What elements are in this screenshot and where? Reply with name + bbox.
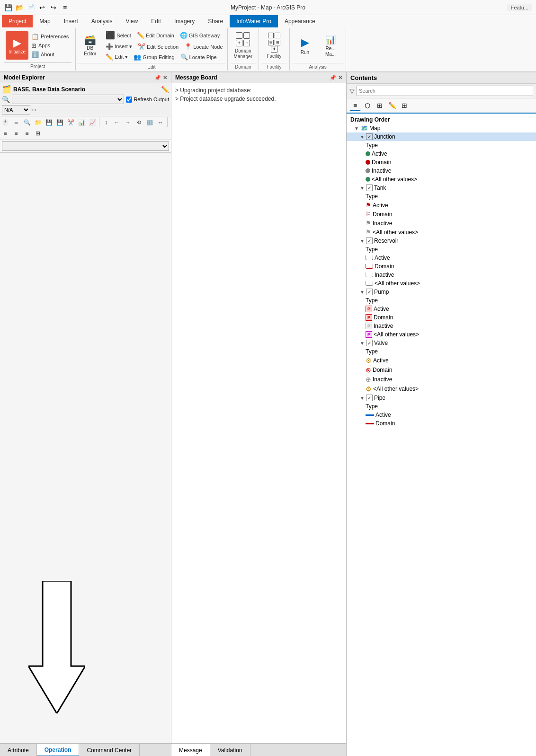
valve-checkbox[interactable]: ✓ bbox=[366, 340, 373, 346]
junction-inactive[interactable]: Inactive bbox=[347, 167, 536, 175]
refresh-checkbox[interactable] bbox=[126, 97, 132, 103]
tab-analysis[interactable]: Analysis bbox=[85, 15, 119, 27]
folder-tool[interactable]: 📁 bbox=[33, 117, 43, 128]
pipe-domain[interactable]: Domain bbox=[347, 419, 536, 428]
open-icon[interactable]: 📂 bbox=[15, 3, 24, 12]
pump-inactive[interactable]: P Inactive bbox=[347, 322, 536, 330]
tab-project[interactable]: Project bbox=[2, 15, 33, 27]
cylinder-view-button[interactable]: ⬡ bbox=[362, 100, 373, 111]
list-tool-2[interactable]: ≡ bbox=[11, 128, 21, 139]
apps-button[interactable]: ⊞ Apps bbox=[30, 42, 70, 50]
tab-view[interactable]: View bbox=[119, 15, 144, 27]
reservoir-active[interactable]: Active bbox=[347, 254, 536, 262]
db-editor-button[interactable]: 🗃️ DB Editor bbox=[78, 33, 102, 59]
nav-next[interactable]: › bbox=[34, 106, 36, 113]
tab-validation[interactable]: Validation bbox=[210, 744, 250, 756]
rotate-tool[interactable]: ⟲ bbox=[134, 117, 144, 128]
tank-expand-arrow[interactable]: ▼ bbox=[360, 185, 365, 191]
tab-insert[interactable]: Insert bbox=[57, 15, 85, 27]
chart-tool[interactable]: 📊 bbox=[76, 117, 87, 128]
pump-checkbox[interactable]: ✓ bbox=[366, 289, 373, 295]
pipe-expand-arrow[interactable]: ▼ bbox=[360, 396, 365, 401]
valve-layer[interactable]: ▼ ✓ Valve bbox=[347, 339, 536, 347]
list-tool-1[interactable]: ≡ bbox=[0, 128, 10, 139]
message-board-pin[interactable]: 📌 bbox=[330, 75, 336, 81]
graph-tool[interactable]: 📈 bbox=[87, 117, 98, 128]
arrow-tool[interactable]: ↕ bbox=[101, 117, 111, 128]
tab-message[interactable]: Message bbox=[171, 744, 210, 756]
tab-share[interactable]: Share bbox=[201, 15, 230, 27]
cut-tool[interactable]: ✂️ bbox=[65, 117, 76, 128]
pipe-checkbox[interactable]: ✓ bbox=[366, 395, 373, 401]
save-icon[interactable]: 💾 bbox=[4, 3, 12, 12]
table-view-button[interactable]: ⊞ bbox=[374, 100, 385, 111]
pencil-tool-button[interactable]: ✏️ bbox=[386, 100, 398, 111]
tab-command-center[interactable]: Command Center bbox=[79, 744, 140, 756]
domain-manager-button[interactable]: + → Domain Manager bbox=[231, 30, 256, 62]
tank-domain[interactable]: ⚐ Domain bbox=[347, 210, 536, 219]
pump-allother[interactable]: P <All other values> bbox=[347, 330, 536, 339]
customize-icon[interactable]: ≡ bbox=[61, 3, 69, 12]
group-editing-button[interactable]: 👥 Group Editing bbox=[131, 52, 177, 62]
tank-checkbox[interactable]: ✓ bbox=[366, 185, 373, 191]
reservoir-domain[interactable]: Domain bbox=[347, 262, 536, 271]
valve-allother[interactable]: ⚙ <All other values> bbox=[347, 384, 536, 394]
undo-icon[interactable]: ↩ bbox=[38, 3, 46, 12]
refresh-check-label[interactable]: Refresh Output bbox=[126, 97, 169, 103]
pipe-layer[interactable]: ▼ ✓ Pipe bbox=[347, 394, 536, 402]
grid-tool-button[interactable]: ⊞ bbox=[399, 100, 410, 111]
save-as-tool[interactable]: 💾 bbox=[54, 117, 65, 128]
number-tool[interactable]: 🔢 bbox=[144, 117, 155, 128]
report-manager-button[interactable]: 📊 Re... Ma... bbox=[318, 32, 343, 60]
tab-map[interactable]: Map bbox=[33, 15, 57, 27]
resize-tool[interactable]: ↔ bbox=[155, 117, 166, 128]
junction-active[interactable]: Active bbox=[347, 149, 536, 158]
grid-tool[interactable]: ⊞ bbox=[33, 128, 43, 139]
gis-gateway-button[interactable]: 🌐 GIS Gateway bbox=[178, 29, 222, 41]
contents-search-input[interactable] bbox=[357, 86, 533, 96]
tab-infowater[interactable]: InfoWater Pro bbox=[230, 15, 278, 27]
filter-select[interactable] bbox=[12, 95, 124, 104]
valve-inactive[interactable]: ⊕ Inactive bbox=[347, 375, 536, 384]
map-tree-item[interactable]: ▼ 🗺️ Map bbox=[347, 124, 536, 132]
zoom-tool[interactable]: 🔍 bbox=[22, 117, 32, 128]
nav-prev[interactable]: ‹ bbox=[31, 106, 33, 113]
reservoir-layer[interactable]: ▼ ✓ Reservoir bbox=[347, 237, 536, 245]
edit-selection-button[interactable]: ✂️ Edit Selection bbox=[135, 42, 181, 52]
model-search-select[interactable] bbox=[2, 141, 169, 151]
preferences-button[interactable]: 📋 Preferences bbox=[30, 33, 70, 41]
junction-checkbox[interactable]: ✓ bbox=[366, 133, 373, 140]
forward-tool[interactable]: → bbox=[123, 117, 133, 128]
back-tool[interactable]: ← bbox=[112, 117, 122, 128]
tank-allother[interactable]: ⚑ <All other values> bbox=[347, 228, 536, 237]
link-tool[interactable]: ∞ bbox=[11, 117, 21, 128]
valve-expand-arrow[interactable]: ▼ bbox=[360, 341, 365, 346]
reservoir-expand-arrow[interactable]: ▼ bbox=[360, 238, 365, 244]
junction-layer[interactable]: ▼ ✓ Junction bbox=[347, 132, 536, 141]
tab-operation[interactable]: Operation bbox=[37, 744, 80, 756]
new-icon[interactable]: 📄 bbox=[27, 3, 35, 12]
nav-select[interactable]: N/A bbox=[2, 105, 30, 114]
select-button[interactable]: ⬛ Select bbox=[103, 29, 134, 41]
reservoir-inactive[interactable]: Inactive bbox=[347, 271, 536, 279]
facility-button[interactable]: ⊞ ⊞ ✦ Facility bbox=[262, 30, 286, 62]
model-explorer-pin[interactable]: 📌 bbox=[154, 75, 161, 81]
about-button[interactable]: ℹ️ About bbox=[30, 51, 70, 59]
message-board-close[interactable]: ✕ bbox=[338, 75, 342, 81]
insert-button[interactable]: ➕ Insert ▾ bbox=[103, 42, 134, 52]
pump-domain[interactable]: P Domain bbox=[347, 313, 536, 322]
junction-expand-arrow[interactable]: ▼ bbox=[360, 134, 365, 140]
pump-layer[interactable]: ▼ ✓ Pump bbox=[347, 288, 536, 296]
cursor-tool[interactable]: 🖱️ bbox=[0, 117, 10, 128]
initialize-button[interactable]: ▶ Initialize bbox=[6, 31, 28, 60]
valve-domain[interactable]: ⊗ Domain bbox=[347, 365, 536, 375]
locate-pipe-button[interactable]: 🔍 Locate Pipe bbox=[178, 52, 219, 62]
valve-active[interactable]: ⚙ Active bbox=[347, 356, 536, 365]
run-button[interactable]: ▶ Run bbox=[293, 34, 317, 58]
reservoir-allother[interactable]: <All other values> bbox=[347, 279, 536, 288]
pump-active[interactable]: P Active bbox=[347, 305, 536, 313]
map-expand-arrow[interactable]: ▼ bbox=[354, 126, 359, 131]
redo-icon[interactable]: ↪ bbox=[49, 3, 58, 12]
model-explorer-close[interactable]: ✕ bbox=[163, 75, 167, 81]
save-tool[interactable]: 💾 bbox=[44, 117, 54, 128]
